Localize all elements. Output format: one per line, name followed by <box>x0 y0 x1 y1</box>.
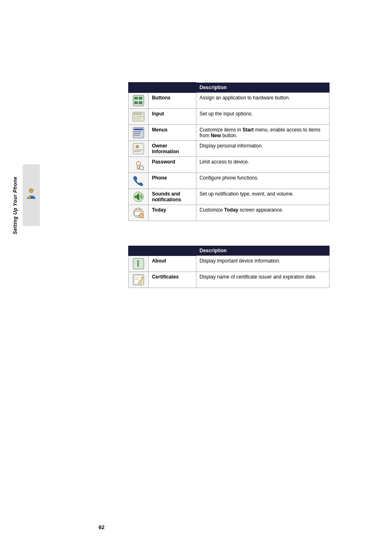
svg-rect-6 <box>139 101 142 104</box>
svg-rect-4 <box>139 97 142 99</box>
today-icon-cell <box>129 205 149 221</box>
table-row: Input Set up the input options. <box>129 108 330 124</box>
svg-rect-19 <box>133 143 144 154</box>
menus-icon-cell <box>129 124 149 140</box>
password-name: Password <box>148 157 196 173</box>
svg-rect-31 <box>134 210 141 216</box>
about-desc: Display important device information. <box>196 256 329 272</box>
password-icon <box>132 159 145 171</box>
certificates-desc: Display name of certificate issuer and e… <box>196 272 329 288</box>
owner-name: OwnerInformation <box>148 140 196 157</box>
settings-table-2: Description i <box>128 246 330 288</box>
svg-point-0 <box>29 188 34 193</box>
page-number: 62 <box>99 524 104 530</box>
table-row: Password Limit access to device. <box>129 157 330 173</box>
svg-point-20 <box>136 145 139 148</box>
certificates-icon-cell <box>129 272 149 288</box>
sounds-desc: Set up notification type, event, and vol… <box>196 189 329 205</box>
page: Setting Up Your Phone Descripti <box>0 0 392 555</box>
svg-rect-22 <box>134 151 141 152</box>
table2-header-row: Description <box>129 246 330 256</box>
table2-wrapper: Description i <box>62 246 375 288</box>
about-name: About <box>148 256 196 272</box>
sounds-icon-cell <box>129 189 149 205</box>
svg-point-39 <box>137 260 139 262</box>
table-row: Phone Configure phone functions. <box>129 173 330 189</box>
svg-rect-13 <box>139 113 141 114</box>
svg-rect-3 <box>134 97 138 99</box>
svg-point-23 <box>136 161 141 166</box>
password-icon-cell <box>129 157 149 173</box>
menus-icon <box>132 127 145 139</box>
menus-desc: Customize items in Start menu, enable ac… <box>196 124 329 140</box>
table-row: i About Display important device informa… <box>129 256 330 272</box>
table-row: Sounds andnotifications Set up notificat… <box>129 189 330 205</box>
input-desc: Set up the input options. <box>196 108 329 124</box>
sidebar-tab <box>23 164 40 226</box>
input-icon-cell <box>129 108 149 124</box>
table1-header-row: Description <box>129 83 330 93</box>
table-row: OwnerInformation Display personal inform… <box>129 140 330 157</box>
menus-name: Menus <box>148 124 196 140</box>
svg-rect-15 <box>134 129 143 130</box>
password-desc: Limit access to device. <box>196 157 329 173</box>
svg-rect-11 <box>134 113 136 114</box>
phone-desc: Configure phone functions. <box>196 173 329 189</box>
sidebar-tab-icon <box>24 187 39 204</box>
buttons-desc: Assign an application to hardware button… <box>196 92 329 108</box>
svg-line-27 <box>143 169 144 170</box>
phone-icon-cell <box>129 173 149 189</box>
today-icon <box>132 207 145 219</box>
svg-rect-21 <box>134 150 143 150</box>
svg-rect-5 <box>134 101 138 104</box>
settings-table-1: Description <box>128 82 330 221</box>
svg-rect-29 <box>135 196 137 198</box>
table-row: Certificates Display name of certificate… <box>129 272 330 288</box>
buttons-icon <box>132 94 145 107</box>
svg-rect-12 <box>136 113 138 114</box>
main-content: Description <box>62 82 375 300</box>
buttons-name: Buttons <box>148 92 196 108</box>
certificates-icon <box>132 274 145 286</box>
sounds-name: Sounds andnotifications <box>148 189 196 205</box>
table-row: Menus Customize items in Start menu, ena… <box>129 124 330 140</box>
phone-name: Phone <box>148 173 196 189</box>
svg-rect-41 <box>134 276 141 284</box>
about-icon: i <box>132 258 145 270</box>
table2-desc-header: Description <box>196 246 329 256</box>
about-icon-cell: i <box>129 256 149 272</box>
table1-wrapper: Description <box>62 82 375 221</box>
today-desc: Customize Today screen appearance. <box>196 205 329 221</box>
owner-icon-cell <box>129 140 149 157</box>
phone-icon <box>132 175 145 187</box>
input-icon <box>132 111 145 123</box>
certificates-name: Certificates <box>148 272 196 288</box>
buttons-icon-cell <box>129 92 149 108</box>
table-row: Buttons Assign an application to hardwar… <box>129 92 330 108</box>
today-name: Today <box>148 205 196 221</box>
svg-rect-33 <box>136 209 136 211</box>
table1-desc-header: Description <box>196 83 329 93</box>
svg-line-36 <box>143 217 144 218</box>
table-row: Today Customize Today screen appearance. <box>129 205 330 221</box>
sounds-notifications-icon <box>132 191 145 203</box>
sidebar-label: Setting Up Your Phone <box>12 177 18 235</box>
input-name: Input <box>148 108 196 124</box>
owner-desc: Display personal information. <box>196 140 329 157</box>
svg-rect-34 <box>139 209 140 211</box>
owner-info-icon <box>132 143 145 155</box>
